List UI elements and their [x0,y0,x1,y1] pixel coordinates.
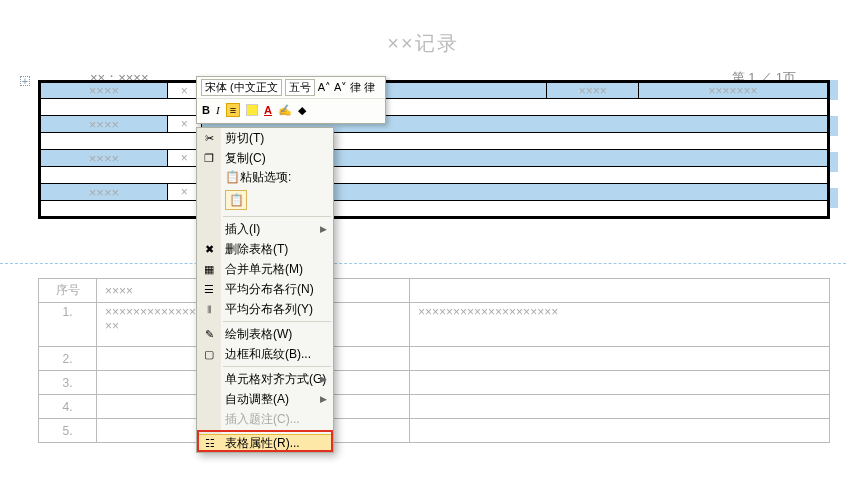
menu-paste-label: 📋粘贴选项: [197,168,333,186]
paste-icon: 📋 [225,170,240,184]
submenu-arrow-icon: ▶ [320,394,327,404]
menu-table-properties[interactable]: ☷表格属性(R)... [197,434,333,452]
t2-num[interactable]: 2. [39,347,97,371]
t1-cell[interactable]: ×××× [40,150,168,167]
menu-merge-cells[interactable]: ▦合并单元格(M) [197,259,333,279]
menu-delete-table[interactable]: ✖删除表格(T) [197,239,333,259]
t1-cell[interactable]: ×××× [40,116,168,133]
delete-icon: ✖ [201,243,217,256]
t1-cell[interactable] [40,167,829,184]
font-selector[interactable]: 宋体 (中文正文 [201,79,282,96]
paste-keep-source-icon[interactable]: 📋 [225,190,247,210]
font-size-selector[interactable]: 五号 [285,79,315,96]
t2-cell[interactable] [410,419,830,443]
menu-autofit[interactable]: 自动调整(A)▶ [197,389,333,409]
highlight-color-icon[interactable] [246,104,258,116]
menu-copy[interactable]: ❐复制(C) [197,148,333,168]
table-anchor-icon[interactable]: + [20,76,30,86]
border-icon: ▢ [201,348,217,361]
t2-num[interactable]: 4. [39,395,97,419]
merge-icon: ▦ [201,263,217,276]
italic-button[interactable]: I [216,104,220,116]
shrink-font-icon[interactable]: A˅ [334,81,347,94]
format-painter-icon[interactable]: ✍ [278,104,292,117]
main-table[interactable]: ×××× × ×××× ××××××× ×××× × ×××× × ×××× × [38,80,830,219]
cut-icon: ✂ [201,132,217,145]
indent-left-icon[interactable]: 律 [350,80,361,95]
menu-cell-alignment[interactable]: 单元格对齐方式(G)▶ [197,369,333,389]
menu-cut[interactable]: ✂剪切(T) [197,128,333,148]
bold-button[interactable]: B [202,104,210,116]
t2-cell[interactable] [410,371,830,395]
submenu-arrow-icon: ▶ [320,224,327,234]
more-icon[interactable]: ◆ [298,104,306,117]
table-overflow-marks [830,80,838,224]
t2-cell[interactable]: ×××××××××××××××××××× [410,303,830,347]
menu-insert[interactable]: 插入(I)▶ [197,219,333,239]
properties-icon: ☷ [202,437,218,450]
menu-draw-table[interactable]: ✎绘制表格(W) [197,324,333,344]
rows-icon: ☰ [201,283,217,296]
cols-icon: ⦀ [201,303,217,316]
menu-insert-caption: 插入题注(C)... [197,409,333,429]
copy-icon: ❐ [201,152,217,165]
t2-cell[interactable] [410,279,830,303]
t2-cell[interactable] [410,347,830,371]
t1-cell[interactable]: ×××× [40,82,168,99]
indent-right-icon[interactable]: 律 [364,80,375,95]
menu-distribute-cols[interactable]: ⦀平均分布各列(Y) [197,299,333,319]
doc-title: ××记录 [0,0,846,69]
context-menu: ✂剪切(T) ❐复制(C) 📋粘贴选项: 📋 插入(I)▶ ✖删除表格(T) ▦… [196,127,334,453]
t2-header-num[interactable]: 序号 [39,279,97,303]
grow-font-icon[interactable]: A˄ [318,81,331,94]
t2-num[interactable]: 5. [39,419,97,443]
t2-num[interactable]: 3. [39,371,97,395]
t1-cell[interactable]: ×××× [40,184,168,201]
t1-cell[interactable]: ××××××× [639,82,829,99]
align-button[interactable]: ≡ [226,103,240,117]
t2-cell[interactable] [410,395,830,419]
menu-paste-option[interactable]: 📋 [197,186,333,214]
font-color-icon[interactable]: A [264,104,272,116]
t1-cell[interactable]: ×××× [547,82,639,99]
draw-icon: ✎ [201,328,217,341]
t1-cell[interactable] [40,133,829,150]
menu-distribute-rows[interactable]: ☰平均分布各行(N) [197,279,333,299]
mini-toolbar[interactable]: 宋体 (中文正文 五号 A˄ A˅ 律 律 B I ≡ A ✍ ◆ [196,76,386,124]
lower-table[interactable]: 序号 ×××× 1. ××××××××××××××××××× ×××××××××… [38,278,830,443]
t1-cell[interactable] [40,99,829,116]
t2-num[interactable]: 1. [39,303,97,347]
page-break-line [0,263,846,264]
submenu-arrow-icon: ▶ [320,374,327,384]
menu-borders-shading[interactable]: ▢边框和底纹(B)... [197,344,333,364]
t1-cell[interactable] [40,201,829,218]
